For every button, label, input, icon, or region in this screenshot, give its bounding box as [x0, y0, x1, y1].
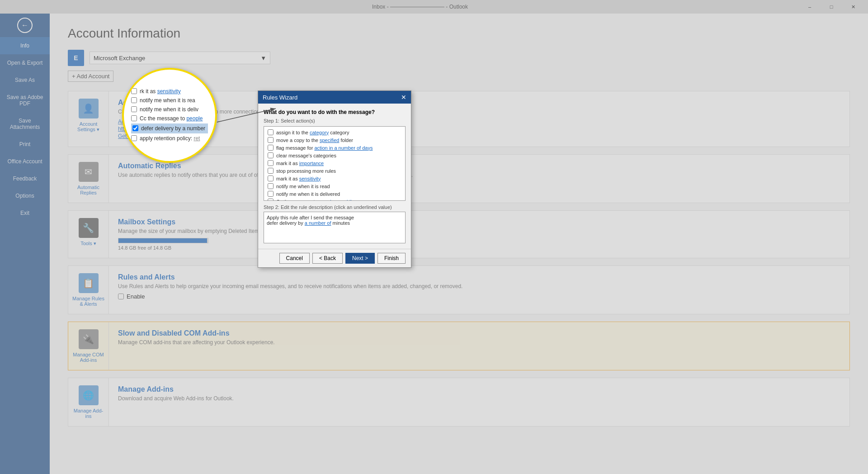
magnify-cc-checkbox[interactable]	[131, 115, 137, 121]
action-stop-processing: stop processing more rules	[266, 167, 403, 175]
action-flag-checkbox[interactable]	[268, 145, 274, 151]
dialog-footer: Cancel < Back Next > Finish	[258, 249, 411, 267]
magnify-item-defer: defer delivery by a number	[131, 123, 208, 133]
action-assign-checkbox[interactable]	[268, 129, 274, 135]
sensitivity-link[interactable]: sensitivity	[157, 88, 181, 95]
modal-overlay	[0, 0, 868, 474]
magnify-sensitivity-checkbox[interactable]	[131, 88, 137, 94]
desc-line1: Apply this rule after I send the message	[267, 215, 402, 220]
dialog-body: What do you want to do with the message?…	[258, 104, 411, 249]
importance-link[interactable]: importance	[299, 161, 324, 166]
back-button[interactable]: < Back	[312, 253, 343, 264]
dialog-step1-label: Step 1: Select action(s)	[264, 118, 406, 123]
magnify-retention-checkbox[interactable]	[131, 135, 137, 141]
desc-line2-suffix: minutes	[331, 220, 350, 226]
cancel-button[interactable]: Cancel	[279, 253, 310, 264]
action-mark-sensitivity: mark it as sensitivity	[266, 175, 403, 182]
magnify-item-notify-read: notify me when it is rea	[131, 96, 208, 104]
people-group-link[interactable]: people or public group	[319, 199, 368, 201]
actions-list[interactable]: assign it to the category category move …	[264, 126, 406, 201]
action-clear-checkbox[interactable]	[268, 152, 274, 158]
action-flag-message: flag message for action in a number of d…	[266, 144, 403, 152]
action-importance-checkbox[interactable]	[268, 160, 274, 166]
action-cc-message: Cc the message to people or public group	[266, 198, 403, 201]
action-move-checkbox[interactable]	[268, 137, 274, 143]
action-notify-delivered: notify me when it is delivered	[266, 190, 403, 198]
people-link[interactable]: people	[186, 115, 203, 122]
action-notify-delivered-checkbox[interactable]	[268, 191, 274, 197]
dialog-close-button[interactable]: ✕	[401, 94, 406, 101]
dialog-section-title: What do you want to do with the message?	[264, 109, 406, 115]
magnify-item-retention: apply retention policy: ret	[131, 134, 208, 142]
specified-link[interactable]: specified	[320, 137, 339, 143]
action-sensitivity-checkbox[interactable]	[268, 175, 274, 181]
action-cc-checkbox[interactable]	[268, 199, 274, 201]
magnify-item-notify-delivered: notify me when it is deliv	[131, 105, 208, 114]
dialog-title-bar: Rules Wizard ✕	[258, 91, 411, 104]
dialog-title: Rules Wizard	[263, 94, 297, 101]
step2-label: Step 2: Edit the rule description (click…	[264, 204, 406, 210]
action-stop-checkbox[interactable]	[268, 168, 274, 174]
magnify-item-sensitivity: rk it as sensitivity	[131, 87, 208, 95]
action-clear-categories: clear message's categories	[266, 152, 403, 159]
action-days-link[interactable]: action in a number of days	[314, 145, 373, 151]
magnify-tooltip: rk it as sensitivity notify me when it i…	[122, 68, 217, 163]
magnify-notify-delivered-checkbox[interactable]	[131, 106, 137, 112]
action-mark-importance: mark it as importance	[266, 159, 403, 167]
action-notify-read-checkbox[interactable]	[268, 183, 274, 189]
rules-wizard-dialog: Rules Wizard ✕ What do you want to do wi…	[258, 90, 411, 268]
action-notify-read: notify me when it is read	[266, 182, 403, 190]
magnify-notify-read-checkbox[interactable]	[131, 97, 137, 103]
number-of-minutes-link[interactable]: a number of	[305, 220, 331, 226]
dialog-sensitivity-link[interactable]: sensitivity	[299, 176, 321, 181]
desc-line2: defer delivery by a number of minutes	[267, 220, 402, 226]
action-assign-category: assign it to the category category	[266, 128, 403, 136]
finish-button[interactable]: Finish	[377, 253, 406, 264]
rule-description-box: Apply this rule after I send the message…	[264, 212, 406, 243]
desc-line2-prefix: defer delivery by	[267, 220, 305, 226]
magnify-item-cc: Cc the message to people	[131, 114, 208, 123]
next-button[interactable]: Next >	[345, 253, 375, 264]
action-move-copy: move a copy to the specified folder	[266, 136, 403, 144]
magnify-defer-checkbox[interactable]	[132, 125, 138, 131]
category-link[interactable]: category	[310, 130, 329, 135]
